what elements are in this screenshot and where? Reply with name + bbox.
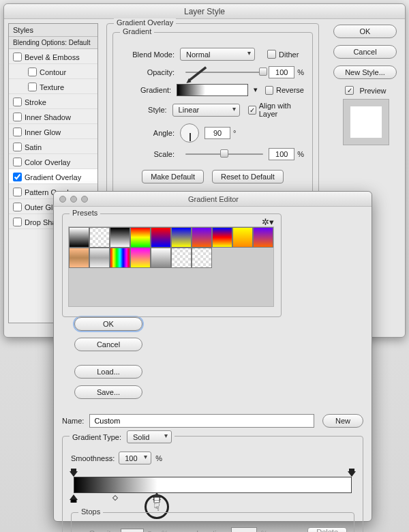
blending-options-row[interactable]: Blending Options: Default bbox=[9, 37, 97, 49]
layer-style-right-buttons: OK Cancel New Style... Preview bbox=[333, 25, 398, 145]
preset-swatch[interactable] bbox=[192, 248, 212, 268]
style-item-gradient-overlay[interactable]: Gradient Overlay bbox=[9, 169, 97, 184]
preset-swatch[interactable] bbox=[232, 227, 253, 248]
color-stop-icon bbox=[153, 492, 161, 501]
preset-swatch[interactable] bbox=[110, 227, 130, 248]
preset-swatch[interactable] bbox=[212, 227, 232, 248]
svg-rect-4 bbox=[154, 497, 160, 501]
gradient-inner-group: Gradient Blend Mode: Normal Dither Opaci… bbox=[112, 32, 313, 194]
preset-swatch[interactable] bbox=[192, 227, 212, 248]
gradient-bar[interactable]: ☟ bbox=[74, 477, 352, 493]
ok-button[interactable]: OK bbox=[333, 25, 397, 38]
ge-new-button[interactable]: New bbox=[322, 414, 363, 428]
ge-cancel-button[interactable]: Cancel bbox=[74, 338, 142, 351]
preset-swatch[interactable] bbox=[253, 227, 273, 248]
checkbox[interactable] bbox=[13, 128, 22, 136]
gradient-editor-titlebar[interactable]: Gradient Editor bbox=[54, 192, 372, 207]
gradient-type-select[interactable]: Solid bbox=[127, 430, 172, 443]
gradient-editor-title: Gradient Editor bbox=[88, 195, 339, 203]
svg-rect-0 bbox=[71, 469, 76, 472]
checkbox[interactable] bbox=[13, 218, 22, 226]
preset-swatch[interactable] bbox=[171, 227, 192, 248]
opacity-stop-icon[interactable] bbox=[348, 469, 356, 477]
checkbox[interactable] bbox=[13, 173, 22, 181]
style-label: Style: bbox=[121, 106, 167, 114]
preset-swatch[interactable] bbox=[151, 248, 171, 268]
gear-icon[interactable]: ✲▾ bbox=[262, 217, 274, 227]
gradient-editor-window: Gradient Editor Presets ✲▾ OK Cancel Loa… bbox=[53, 191, 372, 522]
angle-value[interactable]: 90 bbox=[204, 127, 230, 139]
style-item-texture[interactable]: Texture bbox=[9, 79, 97, 94]
new-style-button[interactable]: New Style... bbox=[333, 65, 397, 79]
reverse-checkbox[interactable] bbox=[265, 86, 273, 95]
checkbox[interactable] bbox=[13, 143, 22, 151]
name-label: Name: bbox=[62, 417, 84, 425]
gradient-editor-buttons: OK Cancel Load... Save... bbox=[74, 317, 145, 406]
gradient-type-label: Gradient Type: bbox=[72, 433, 121, 441]
style-item-contour[interactable]: Contour bbox=[9, 64, 97, 79]
cancel-button[interactable]: Cancel bbox=[333, 45, 397, 59]
ge-load-button[interactable]: Load... bbox=[74, 365, 142, 379]
delete-opacity-stop-button[interactable]: Delete bbox=[307, 527, 347, 532]
checkbox[interactable] bbox=[13, 98, 22, 106]
ge-ok-button[interactable]: OK bbox=[74, 317, 142, 331]
styles-header[interactable]: Styles bbox=[9, 24, 97, 37]
style-item-inner-glow[interactable]: Inner Glow bbox=[9, 124, 97, 139]
scale-value[interactable]: 100 bbox=[269, 148, 294, 160]
window-traffic-lights[interactable] bbox=[59, 196, 88, 203]
reset-default-button[interactable]: Reset to Default bbox=[212, 170, 284, 183]
preset-swatch[interactable] bbox=[110, 248, 130, 268]
preview-label: Preview bbox=[359, 87, 386, 95]
svg-rect-1 bbox=[349, 469, 354, 472]
smoothness-input[interactable]: 100 bbox=[119, 452, 151, 464]
checkbox[interactable] bbox=[13, 203, 22, 211]
style-item-color-overlay[interactable]: Color Overlay bbox=[9, 154, 97, 169]
preset-swatch[interactable] bbox=[151, 227, 171, 248]
presets-group: Presets ✲▾ bbox=[62, 213, 282, 317]
preset-swatch[interactable] bbox=[69, 227, 89, 248]
name-input[interactable] bbox=[89, 414, 314, 428]
style-item-stroke[interactable]: Stroke bbox=[9, 94, 97, 109]
preset-swatch[interactable] bbox=[89, 248, 110, 268]
checkbox[interactable] bbox=[13, 113, 22, 121]
checkbox[interactable] bbox=[13, 53, 22, 61]
preset-swatch[interactable] bbox=[212, 248, 232, 268]
align-checkbox[interactable] bbox=[248, 106, 256, 115]
smoothness-label: Smoothness: bbox=[71, 454, 115, 462]
preset-swatches[interactable] bbox=[68, 226, 274, 307]
checkbox[interactable] bbox=[13, 188, 22, 196]
opacity-stop-value[interactable] bbox=[121, 529, 144, 533]
reverse-label: Reverse bbox=[276, 86, 304, 94]
ge-save-button[interactable]: Save... bbox=[74, 385, 142, 399]
style-item-satin[interactable]: Satin bbox=[9, 139, 97, 154]
opacity-slider[interactable] bbox=[185, 68, 263, 77]
preset-swatch[interactable] bbox=[89, 227, 110, 248]
checkbox[interactable] bbox=[28, 68, 37, 76]
opacity-location-value[interactable] bbox=[231, 527, 257, 532]
checkbox[interactable] bbox=[13, 158, 22, 166]
preset-swatch[interactable] bbox=[130, 248, 151, 268]
style-item-inner-shadow[interactable]: Inner Shadow bbox=[9, 109, 97, 124]
checkbox[interactable] bbox=[28, 83, 37, 91]
gradient-type-group: Gradient Type: Solid Smoothness: 100 % ☟ bbox=[62, 436, 363, 532]
blend-mode-select[interactable]: Normal bbox=[180, 48, 255, 61]
angle-dial[interactable] bbox=[180, 123, 199, 143]
preset-swatch[interactable] bbox=[171, 248, 192, 268]
preview-checkbox[interactable] bbox=[345, 86, 354, 95]
midpoint-icon[interactable] bbox=[112, 495, 118, 501]
make-default-button[interactable]: Make Default bbox=[142, 170, 204, 183]
style-item-bevel[interactable]: Bevel & Emboss bbox=[9, 49, 97, 64]
preset-swatch[interactable] bbox=[232, 248, 253, 268]
color-stop-icon[interactable] bbox=[70, 494, 78, 503]
opacity-value[interactable]: 100 bbox=[269, 66, 294, 78]
gradient-picker[interactable] bbox=[177, 84, 248, 96]
preset-swatch[interactable] bbox=[69, 248, 89, 268]
layer-style-titlebar[interactable]: Layer Style bbox=[4, 4, 405, 19]
opacity-location-label: Location: bbox=[189, 529, 227, 532]
dither-checkbox[interactable] bbox=[267, 50, 276, 59]
preset-swatch[interactable] bbox=[253, 248, 273, 268]
gradient-style-select[interactable]: Linear bbox=[172, 104, 241, 117]
opacity-stop-icon[interactable] bbox=[70, 469, 78, 477]
scale-slider[interactable] bbox=[185, 149, 263, 159]
preset-swatch[interactable] bbox=[130, 227, 151, 248]
